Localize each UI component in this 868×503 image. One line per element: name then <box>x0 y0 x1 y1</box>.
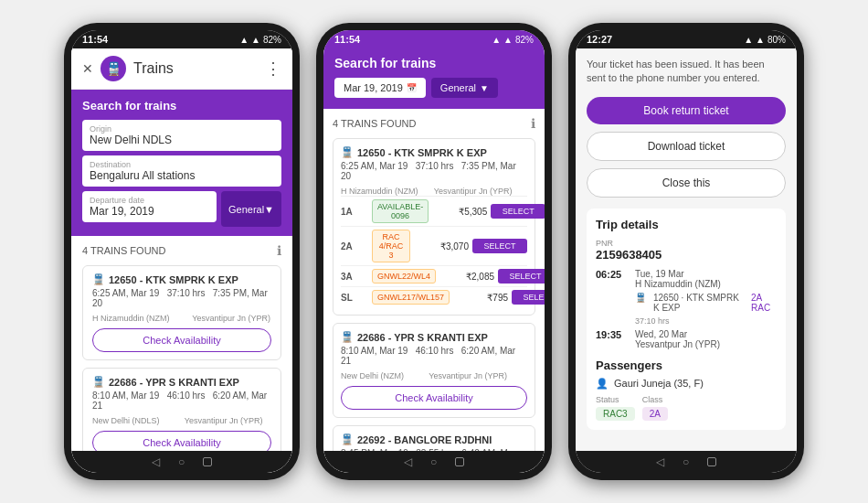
train-icon-2b: 🚆 <box>341 331 354 343</box>
results-section-1: 4 TRAINS FOUND ℹ 🚆 12650 - KTK SMPRK K E… <box>71 236 292 451</box>
arrive-day: Wed, 20 Mar <box>635 329 777 339</box>
search-bar-2: Search for trains Mar 19, 2019 📅 General… <box>323 48 545 109</box>
train-timing-2a: 6:25 AM, Mar 19 37:10 hrs 7:35 PM, Mar 2… <box>341 161 527 181</box>
passenger-row-1: 👤 Gauri Juneja (35, F) <box>596 378 777 390</box>
departure-label: Departure date <box>90 196 209 205</box>
train-icon-3: 🚆 <box>635 293 646 313</box>
app-header-1: ✕ 🚆 Trains ⋮ <box>71 48 292 90</box>
class-row-2a: 2A RAC 4/RAC 3 ₹3,070 SELECT <box>341 226 527 265</box>
trip-title: Trip details <box>596 218 777 231</box>
depart-station: H Nizamuddin (NZM) <box>635 279 777 289</box>
info-icon-2[interactable]: ℹ <box>531 116 535 131</box>
class-tag: 2A <box>642 407 668 421</box>
status-bar-2: 11:54 ▲ ▲ 82% <box>323 30 545 48</box>
class-label-3: Class <box>642 395 668 404</box>
download-ticket-btn[interactable]: Download ticket <box>587 132 786 161</box>
back-btn-2[interactable]: ◁ <box>404 455 412 468</box>
departure-field[interactable]: Departure date Mar 19, 2019 <box>82 191 217 222</box>
train-card-1: 🚆 12650 - KTK SMPRK K EXP 6:25 AM, Mar 1… <box>82 265 281 360</box>
status-icons-2: ▲ ▲ 82% <box>492 35 534 45</box>
status-icons-3: ▲ ▲ 80% <box>744 35 786 45</box>
search-title-1: Search for trains <box>82 99 281 112</box>
status-class-row: Status RAC3 Class 2A <box>596 395 777 421</box>
avail-3a: GNWL22/WL4 <box>372 269 436 284</box>
confirmation-msg: Your ticket has been issued. It has been… <box>587 58 786 86</box>
select-btn-sl[interactable]: SELECT <box>512 290 545 305</box>
quota-value-2: General <box>440 82 476 93</box>
check-availability-btn-2[interactable]: Check Availability <box>92 431 271 451</box>
recents-btn-3[interactable] <box>707 457 716 466</box>
quota-select-1[interactable]: General ▼ <box>221 191 281 227</box>
date-value: Mar 19, 2019 <box>344 82 403 93</box>
fare-3a: ₹2,085 <box>439 272 494 282</box>
passenger-icon: 👤 <box>596 378 609 390</box>
search-title-2: Search for trains <box>334 56 534 70</box>
home-btn-1[interactable]: ○ <box>178 455 185 468</box>
recents-btn-1[interactable] <box>203 457 212 466</box>
wifi-icon-3: ▲ <box>756 35 765 45</box>
status-label: Status <box>596 395 635 404</box>
phone-3: 12:27 ▲ ▲ 80% Your ticket has been issue… <box>568 23 804 480</box>
back-btn-3[interactable]: ◁ <box>656 455 664 468</box>
close-btn[interactable]: Close this <box>587 168 786 198</box>
select-btn-1a[interactable]: SELECT <box>491 204 545 219</box>
phone-2: 11:54 ▲ ▲ 82% Search for trains Mar 19, … <box>316 23 552 480</box>
date-pill[interactable]: Mar 19, 2019 📅 <box>334 78 426 98</box>
class-sl: SL <box>341 293 368 303</box>
recents-btn-2[interactable] <box>455 457 464 466</box>
back-btn-1[interactable]: ◁ <box>152 455 160 468</box>
dest-value: Bengaluru All stations <box>90 169 274 182</box>
destination-field[interactable]: Destination Bengaluru All stations <box>82 155 281 187</box>
class-row-1a: 1A AVAILABLE-0096 ₹5,305 SELECT <box>341 196 527 226</box>
dest-label: Destination <box>90 160 274 169</box>
train-timing-2: 8:10 AM, Mar 19 46:10 hrs 6:20 AM, Mar 2… <box>92 391 271 411</box>
quota-pill[interactable]: General ▼ <box>431 78 498 98</box>
train-number-2: 22686 - YPR S KRANTI EXP <box>109 377 239 388</box>
time-1: 11:54 <box>82 34 108 45</box>
train-timing-1: 6:25 AM, Mar 19 37:10 hrs 7:35 PM, Mar 2… <box>92 288 271 308</box>
arrive-row: 19:35 Wed, 20 Mar Yesvantpur Jn (YPR) <box>596 329 777 349</box>
home-btn-2[interactable]: ○ <box>430 455 437 468</box>
battery-label-3: 80% <box>767 35 786 45</box>
arrive-time: 19:35 <box>596 329 628 349</box>
status-bar-1: 11:54 ▲ ▲ 82% <box>71 30 292 48</box>
results-count-2: 4 TRAINS FOUND <box>333 118 416 129</box>
train-timing-2b: 8:10 AM, Mar 19 46:10 hrs 6:20 AM, Mar 2… <box>341 346 527 366</box>
home-btn-3[interactable]: ○ <box>683 455 689 468</box>
train-stations-2a: H Nizamuddin (NZM) Yesvantipur Jn (YPR) <box>341 187 527 196</box>
select-btn-2a[interactable]: SELECT <box>472 239 527 253</box>
check-btn-2b[interactable]: Check Availability <box>341 386 527 410</box>
signal-icon-2: ▲ <box>492 35 501 45</box>
wifi-icon: ▲ <box>251 35 260 45</box>
dropdown-arrow-2: ▼ <box>480 83 489 93</box>
status-icons-1: ▲ ▲ 82% <box>239 35 281 45</box>
info-icon-1[interactable]: ℹ <box>277 243 281 258</box>
close-icon[interactable]: ✕ <box>82 61 93 76</box>
bottom-nav-3: ◁ ○ <box>576 451 797 473</box>
status-tag: RAC3 <box>596 407 635 421</box>
origin-label: Origin <box>90 124 274 134</box>
train-num-2a: 12650 - KTK SMPRK K EXP <box>357 147 487 158</box>
battery-label-2: 82% <box>515 35 534 45</box>
menu-icon[interactable]: ⋮ <box>265 59 281 79</box>
pnr-value: 2159638405 <box>596 248 777 262</box>
depart-day: Tue, 19 Mar <box>635 269 777 279</box>
train-icon-2c: 🚆 <box>341 433 354 445</box>
wifi-icon-2: ▲ <box>503 35 513 45</box>
trip-details-card: Trip details PNR 2159638405 06:25 Tue, 1… <box>587 209 786 430</box>
origin-field[interactable]: Origin New Delhi NDLS <box>82 120 281 151</box>
train-card-2c: 🚆 22692 - BANGLORE RJDHNI 8:45 PM, Mar 1… <box>333 425 535 451</box>
arrive-station: Yesvantpur Jn (YPR) <box>635 339 777 349</box>
origin-value: New Delhi NDLS <box>90 134 274 146</box>
train-stations-2b: New Delhi (NZM) Yesvantipur Jn (YPR) <box>341 371 527 380</box>
book-return-btn[interactable]: Book return ticket <box>587 97 786 124</box>
fare-sl: ₹795 <box>453 293 508 303</box>
train-num-2c: 22692 - BANGLORE RJDHNI <box>357 434 492 445</box>
passenger-name: Gauri Juneja (35, F) <box>614 378 704 389</box>
check-availability-btn-1[interactable]: Check Availability <box>92 328 271 352</box>
select-btn-3a[interactable]: SELECT <box>498 269 545 284</box>
train-icon: 🚆 <box>101 56 126 81</box>
departure-value: Mar 19, 2019 <box>90 205 209 218</box>
avail-1a: AVAILABLE-0096 <box>372 199 429 223</box>
time-3: 12:27 <box>587 34 612 45</box>
